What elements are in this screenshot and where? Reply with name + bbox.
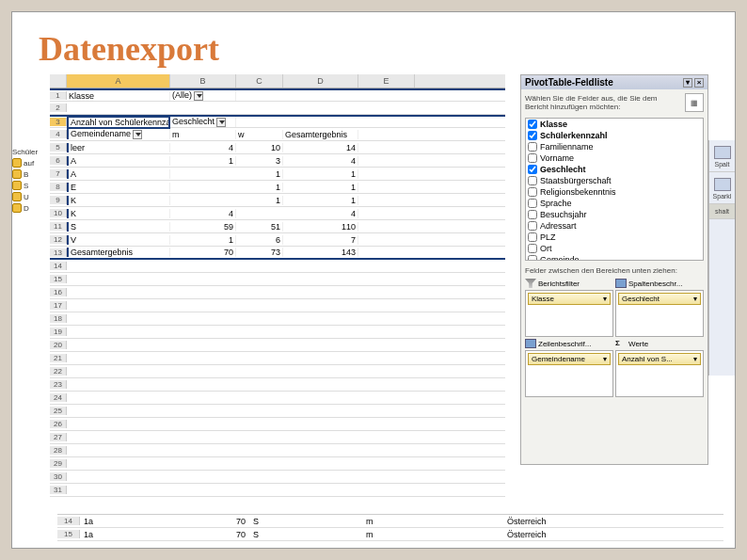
table-row[interactable]: 25 bbox=[50, 405, 505, 418]
table-row[interactable]: 1 Klasse (Alle) bbox=[50, 88, 505, 102]
field-checkbox[interactable] bbox=[528, 120, 537, 129]
field-checkbox[interactable] bbox=[528, 244, 537, 253]
field-item[interactable]: Adressart bbox=[526, 220, 703, 232]
table-row[interactable]: 9K11 bbox=[50, 194, 505, 207]
table-row[interactable]: 2 bbox=[50, 102, 505, 115]
table-row[interactable]: 19 bbox=[50, 326, 505, 339]
table-row[interactable]: 31 bbox=[50, 484, 505, 497]
field-checkbox[interactable] bbox=[528, 199, 537, 208]
table-row[interactable]: 22 bbox=[50, 365, 505, 378]
fieldlist-title-bar[interactable]: PivotTable-Feldliste ▾ × bbox=[521, 75, 707, 89]
field-item[interactable]: Klasse bbox=[526, 119, 703, 130]
corner-cell[interactable] bbox=[50, 74, 67, 88]
field-item[interactable]: Besuchsjahr bbox=[526, 209, 703, 220]
content-area: Schüler auf B S U D A B C D E 1 Klasse (… bbox=[12, 74, 735, 544]
layout-options-icon[interactable]: ▦ bbox=[685, 93, 704, 112]
dropdown-icon[interactable] bbox=[216, 118, 226, 127]
col-header-c[interactable]: C bbox=[236, 74, 283, 88]
field-checkbox[interactable] bbox=[528, 165, 537, 174]
field-checkbox[interactable] bbox=[528, 153, 537, 163]
table-row[interactable]: 17 bbox=[50, 299, 505, 312]
table-row[interactable]: 6A134 bbox=[50, 154, 505, 168]
field-pill[interactable]: Klasse▾ bbox=[528, 293, 611, 305]
dropdown-icon[interactable] bbox=[133, 130, 142, 139]
col-header-e[interactable]: E bbox=[358, 74, 415, 88]
field-checkbox[interactable] bbox=[528, 210, 537, 219]
table-row[interactable]: 15 bbox=[50, 273, 505, 286]
sidebar-item[interactable]: B bbox=[12, 169, 50, 179]
dropdown-icon[interactable] bbox=[194, 91, 203, 101]
table-row[interactable]: 15 1a 70 S m Österreich bbox=[57, 528, 723, 541]
sidebar-item[interactable]: U bbox=[12, 192, 50, 201]
field-item[interactable]: Schülerkennzahl bbox=[526, 130, 703, 141]
sidebar-item[interactable]: S bbox=[12, 181, 50, 190]
slide-title: Datenexport bbox=[12, 12, 735, 74]
field-pill[interactable]: Geschlecht▾ bbox=[618, 293, 701, 305]
columns-icon bbox=[615, 279, 627, 288]
spreadsheet[interactable]: A B C D E 1 Klasse (Alle) 2 3 Anzahl von… bbox=[50, 74, 505, 470]
table-row[interactable]: 21 bbox=[50, 352, 505, 365]
sidebar-item[interactable]: auf bbox=[12, 158, 50, 168]
field-checkbox[interactable] bbox=[528, 232, 537, 242]
table-row[interactable]: 27 bbox=[50, 431, 505, 444]
table-row[interactable]: 4 Gemeindename m w Gesamtergebnis bbox=[50, 128, 505, 141]
field-item[interactable]: Gemeinde bbox=[526, 254, 703, 261]
area-col-box[interactable]: Geschlecht▾ bbox=[615, 290, 704, 337]
pivot-field-list[interactable]: PivotTable-Feldliste ▾ × Wählen Sie die … bbox=[520, 74, 708, 465]
table-row[interactable]: 3 Anzahl von Schülerkennzahl Geschlecht bbox=[50, 115, 505, 128]
field-pill[interactable]: Gemeindename▾ bbox=[528, 353, 611, 365]
field-checkbox[interactable] bbox=[528, 255, 537, 261]
sparkline-icon[interactable] bbox=[714, 178, 731, 191]
filter-icon bbox=[525, 279, 536, 288]
sidebar-item[interactable]: D bbox=[12, 203, 50, 213]
field-checkbox[interactable] bbox=[528, 176, 537, 185]
field-item[interactable]: PLZ bbox=[526, 232, 703, 243]
table-row[interactable]: 26 bbox=[50, 418, 505, 431]
minimize-icon[interactable]: ▾ bbox=[683, 78, 692, 88]
table-row[interactable]: 20 bbox=[50, 339, 505, 352]
table-row[interactable]: 8E11 bbox=[50, 181, 505, 194]
table-row[interactable]: 18 bbox=[50, 312, 505, 326]
fieldlist-areas: Berichtsfilter Spaltenbeschr... Klasse▾ … bbox=[521, 279, 707, 397]
field-checkbox[interactable] bbox=[528, 142, 537, 152]
table-row[interactable]: 24 bbox=[50, 392, 505, 405]
col-header-d[interactable]: D bbox=[283, 74, 358, 88]
fieldlist-fields[interactable]: Klasse Schülerkennzahl Familienname Vorn… bbox=[525, 118, 704, 261]
table-row[interactable]: 14 bbox=[50, 260, 505, 273]
table-row[interactable]: 30 bbox=[50, 471, 505, 484]
col-header-a[interactable]: A bbox=[67, 74, 170, 88]
field-item[interactable]: Ort bbox=[526, 243, 703, 254]
table-row[interactable]: 29 bbox=[50, 457, 505, 471]
fieldlist-title: PivotTable-Feldliste bbox=[525, 77, 613, 88]
table-row[interactable]: 11S5951110 bbox=[50, 220, 505, 233]
area-row-box[interactable]: Gemeindename▾ bbox=[525, 350, 613, 397]
field-item[interactable]: Religionsbekenntnis bbox=[526, 186, 703, 198]
area-filter-box[interactable]: Klasse▾ bbox=[525, 290, 613, 337]
field-checkbox[interactable] bbox=[528, 221, 537, 231]
table-row[interactable]: 28 bbox=[50, 444, 505, 457]
field-pill[interactable]: Anzahl von S...▾ bbox=[618, 353, 701, 365]
table-row[interactable]: 13Gesamtergebnis7073143 bbox=[50, 247, 505, 260]
field-item[interactable]: Geschlecht bbox=[526, 164, 703, 175]
table-row[interactable]: 16 bbox=[50, 286, 505, 299]
field-checkbox[interactable] bbox=[528, 187, 537, 197]
sigma-icon bbox=[615, 339, 627, 348]
area-val-label: Werte bbox=[615, 339, 704, 348]
field-item[interactable]: Sprache bbox=[526, 198, 703, 209]
area-val-box[interactable]: Anzahl von S...▾ bbox=[615, 350, 704, 397]
table-row[interactable]: 10K44 bbox=[50, 207, 505, 220]
close-icon[interactable]: × bbox=[694, 78, 704, 88]
table-row[interactable]: 12V167 bbox=[50, 233, 505, 247]
table-row[interactable]: 7A11 bbox=[50, 168, 505, 181]
table-row[interactable]: 14 1a 70 S m Österreich bbox=[57, 515, 723, 528]
table-row[interactable]: 23 bbox=[50, 378, 505, 392]
field-item[interactable]: Vorname bbox=[526, 152, 703, 164]
chart-icon[interactable] bbox=[714, 146, 731, 159]
field-checkbox[interactable] bbox=[528, 131, 537, 140]
table-row[interactable]: 5leer41014 bbox=[50, 141, 505, 154]
field-item[interactable]: Familienname bbox=[526, 141, 703, 152]
field-item[interactable]: Staatsbürgerschaft bbox=[526, 175, 703, 186]
folder-icon bbox=[12, 181, 22, 190]
col-header-b[interactable]: B bbox=[170, 74, 236, 88]
area-row-label: Zeilenbeschrif... bbox=[525, 339, 613, 348]
